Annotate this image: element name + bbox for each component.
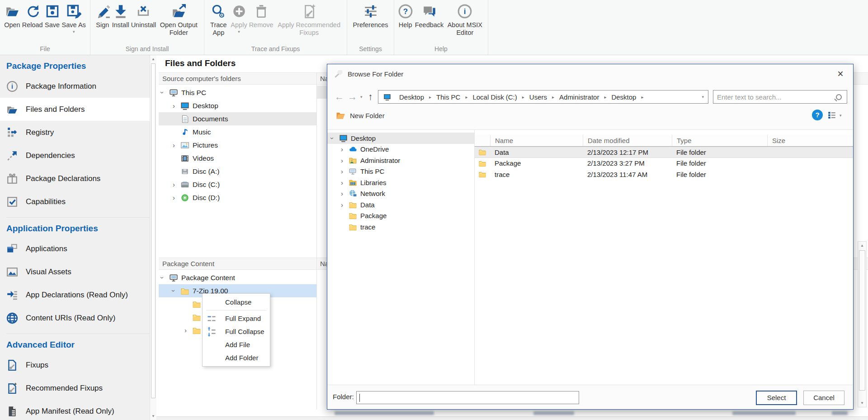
tree-item-package[interactable]: Package [327, 210, 474, 222]
breadcrumb-item-this-pc[interactable]: This PC [431, 93, 465, 101]
table-row-trace[interactable]: trace 2/13/2023 11:47 AM File folder [475, 169, 853, 180]
sidebar-item-recommended-fixups[interactable]: Recommended Fixups [0, 377, 150, 400]
size-column-header[interactable]: Size [767, 135, 853, 146]
remove-button[interactable]: Remove [248, 3, 274, 29]
chevron-down-icon[interactable] [173, 287, 180, 294]
breadcrumb-item-desktop[interactable]: Desktop [394, 93, 429, 101]
sign-button[interactable]: Sign [94, 3, 111, 29]
chevron-down-icon[interactable] [331, 135, 339, 142]
breadcrumb-separator-icon[interactable] [641, 95, 643, 100]
sidebar-scrollbar[interactable] [150, 55, 156, 420]
view-details-icon[interactable] [827, 110, 836, 119]
scrollbar-thumb[interactable] [859, 250, 865, 391]
table-row-data[interactable]: Data 2/13/2023 12:17 PM File folder [475, 147, 853, 158]
breadcrumb-item-administrator[interactable]: Administrator [554, 93, 604, 101]
chevron-right-icon[interactable] [341, 168, 349, 175]
save-button[interactable]: Save [44, 3, 61, 29]
folder-input[interactable] [357, 391, 579, 404]
open-button[interactable]: Open [3, 3, 21, 29]
tree-item-trace[interactable]: trace [327, 221, 474, 233]
name-column-header[interactable]: Name [490, 135, 583, 146]
sidebar-item-dependencies[interactable]: Dependencies [0, 144, 150, 167]
help-icon[interactable]: ? [812, 110, 823, 120]
about-msix-editor-button[interactable]: iAbout MSIX Editor [444, 3, 485, 37]
background-scrollbar[interactable] [858, 241, 867, 407]
menu-item-full-collapse[interactable]: Full Collapse [203, 325, 270, 338]
search-icon[interactable] [836, 94, 842, 100]
new-folder-button[interactable]: New Folder [335, 110, 385, 121]
scrollbar-thumb[interactable] [151, 63, 156, 398]
scroll-down-button[interactable] [858, 399, 866, 407]
chevron-down-icon[interactable] [161, 89, 169, 96]
sidebar-item-fixups[interactable]: Fixups [0, 353, 150, 377]
breadcrumb-item-local-disk-c[interactable]: Local Disk (C:) [467, 93, 522, 101]
menu-item-add-folder[interactable]: Add Folder [203, 351, 270, 364]
close-icon[interactable]: × [832, 66, 849, 82]
tree-item-onedrive[interactable]: OneDrive [327, 144, 474, 155]
sidebar-item-applications[interactable]: Applications [0, 237, 150, 260]
tree-item-package-content[interactable]: Package Content [159, 271, 316, 284]
tree-item-pictures[interactable]: Pictures [159, 138, 316, 152]
date-modified-column-header[interactable]: Date modified [583, 135, 672, 146]
open-output-folder-button[interactable]: Open Output Folder [157, 3, 200, 37]
chevron-right-icon[interactable] [173, 194, 180, 201]
feedback-button[interactable]: Feedback [414, 3, 445, 29]
chevron-down-icon[interactable]: ▾ [238, 30, 240, 34]
apply-recommended-fixups-button[interactable]: Apply Recommended Fixups [274, 3, 344, 37]
forward-button[interactable]: → [348, 90, 357, 104]
sidebar-item-content-uris[interactable]: Content URIs (Read Only) [0, 306, 150, 329]
apply-button[interactable]: Apply▾ [230, 3, 248, 34]
tree-item-disc-a[interactable]: Disc (A:) [159, 165, 316, 178]
breadcrumb-item-users[interactable]: Users [524, 93, 552, 101]
reload-button[interactable]: Reload [21, 3, 44, 29]
install-button[interactable]: Install [111, 3, 130, 29]
chevron-right-icon[interactable] [341, 146, 349, 153]
trace-app-button[interactable]: Trace App [207, 3, 230, 37]
tree-item-disc-d[interactable]: Disc (D:) [159, 191, 316, 204]
scroll-up-button[interactable] [150, 55, 156, 63]
icon-column-header[interactable] [475, 135, 490, 146]
cancel-button[interactable]: Cancel [803, 391, 844, 405]
tree-item-desktop[interactable]: Desktop [159, 99, 316, 112]
table-row-package[interactable]: Package 2/13/2023 3:27 PM File folder [475, 158, 853, 169]
tree-item-administrator[interactable]: Administrator [327, 155, 474, 166]
chevron-down-icon[interactable] [161, 274, 169, 281]
tree-item-videos[interactable]: Videos [159, 152, 316, 165]
sidebar-item-package-declarations[interactable]: Package Declarations [0, 167, 150, 190]
save-as-button[interactable]: Save As▾ [61, 3, 87, 34]
menu-item-add-file[interactable]: Add File [203, 338, 270, 351]
sidebar-item-files-and-folders[interactable]: Files and Folders [0, 98, 150, 121]
tree-item-documents[interactable]: Documents [159, 112, 316, 125]
chevron-right-icon[interactable] [173, 142, 180, 148]
tree-item-data[interactable]: Data [327, 199, 474, 210]
select-button[interactable]: Select [756, 391, 797, 405]
menu-item-collapse[interactable]: Collapse [203, 296, 270, 309]
sidebar-item-app-declarations[interactable]: App Declarations (Read Only) [0, 283, 150, 306]
tree-item-music[interactable]: Music [159, 125, 316, 138]
chevron-right-icon[interactable] [341, 179, 349, 186]
chevron-right-icon[interactable] [173, 102, 180, 109]
chevron-right-icon[interactable] [341, 157, 349, 164]
back-button[interactable]: ← [335, 90, 344, 104]
chevron-right-icon[interactable] [173, 181, 180, 188]
tree-item-libraries[interactable]: Libraries [327, 177, 474, 188]
breadcrumb-dropdown-icon[interactable] [702, 95, 708, 99]
search-input[interactable] [713, 93, 836, 101]
uninstall-button[interactable]: Uninstall [130, 3, 157, 29]
chevron-right-icon[interactable] [184, 327, 192, 334]
help-button[interactable]: ?Help [397, 3, 414, 29]
tree-item-network[interactable]: Network [327, 188, 474, 200]
chevron-right-icon[interactable] [341, 190, 349, 197]
preferences-button[interactable]: Preferences [352, 3, 389, 29]
breadcrumb-item-desktop-2[interactable]: Desktop [606, 93, 641, 101]
view-dropdown-icon[interactable] [840, 114, 842, 118]
sidebar-item-app-manifest[interactable]: App Manifest (Read Only) [0, 400, 150, 420]
chevron-down-icon[interactable]: ▾ [73, 30, 75, 34]
sidebar-item-package-information[interactable]: iPackage Information [0, 75, 150, 98]
sidebar-item-visual-assets[interactable]: Visual Assets [0, 260, 150, 283]
tree-item-this-pc[interactable]: This PC [159, 86, 316, 99]
sidebar-item-capabilities[interactable]: Capabilities [0, 190, 150, 213]
up-button[interactable]: ↑ [368, 90, 373, 104]
scroll-down-button[interactable] [150, 412, 156, 420]
chevron-right-icon[interactable] [341, 201, 349, 208]
